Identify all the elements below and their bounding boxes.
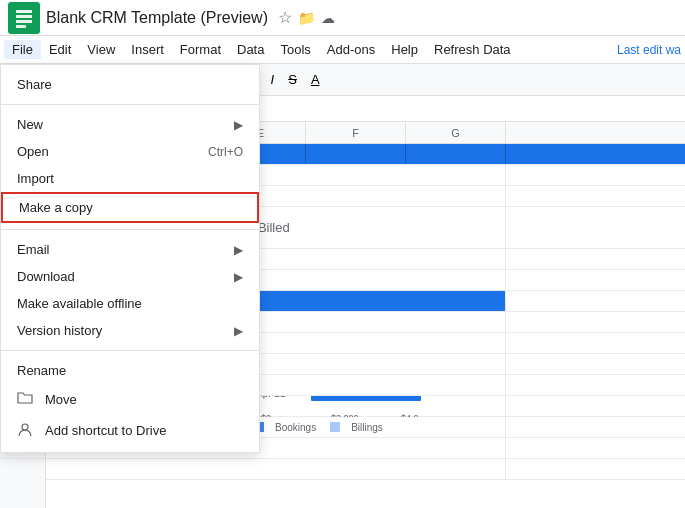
title-bar: Blank CRM Template (Preview) ☆ 📁 ☁: [0, 0, 685, 36]
col-f: F: [306, 122, 406, 143]
cloud-icon[interactable]: ☁: [321, 10, 335, 26]
import-label: Import: [17, 171, 54, 186]
file-dropdown: Share New ▶ Open Ctrl+O Import Make a co…: [0, 64, 260, 453]
menu-tools[interactable]: Tools: [272, 40, 318, 59]
dd-item-download[interactable]: Download ▶: [1, 263, 259, 290]
cell-chart-right[interactable]: Jun 21 May 21 Apr 21 $0 $2,000 $4,0: [246, 396, 506, 417]
move-folder-icon: [17, 390, 37, 409]
file-dropdown-overlay: Share New ▶ Open Ctrl+O Import Make a co…: [0, 64, 260, 453]
menu-edit[interactable]: Edit: [41, 40, 79, 59]
menu-data[interactable]: Data: [229, 40, 272, 59]
download-arrow-icon: ▶: [234, 270, 243, 284]
folder-icon[interactable]: 📁: [298, 10, 315, 26]
sheets-app-icon: [8, 2, 40, 34]
open-shortcut: Ctrl+O: [208, 145, 243, 159]
svg-text:$4,0: $4,0: [401, 413, 419, 417]
italic-button[interactable]: I: [266, 70, 280, 89]
dd-item-shortcut[interactable]: Add shortcut to Drive: [1, 415, 259, 446]
legend-billings-color: [330, 422, 340, 432]
dd-item-share[interactable]: Share: [1, 71, 259, 98]
version-history-arrow-icon: ▶: [234, 324, 243, 338]
make-copy-label: Make a copy: [19, 200, 93, 215]
dd-item-new[interactable]: New ▶: [1, 111, 259, 138]
cell-f1[interactable]: [306, 144, 406, 164]
version-history-label: Version history: [17, 323, 102, 338]
svg-point-20: [22, 424, 28, 430]
svg-text:Apr 21: Apr 21: [256, 396, 286, 399]
billed-label: Billed: [258, 220, 290, 235]
strikethrough-button[interactable]: S: [283, 70, 302, 89]
svg-rect-4: [16, 25, 26, 28]
drive-shortcut-icon: [17, 421, 37, 440]
menu-format[interactable]: Format: [172, 40, 229, 59]
star-icon[interactable]: ☆: [278, 8, 292, 27]
open-label: Open: [17, 144, 49, 159]
dd-sep-1: [1, 104, 259, 105]
svg-text:$2,000: $2,000: [331, 413, 359, 417]
email-arrow-icon: ▶: [234, 243, 243, 257]
cell-row15[interactable]: [46, 459, 506, 479]
download-label: Download: [17, 269, 75, 284]
legend-billings-label: Billings: [351, 422, 383, 433]
menu-help[interactable]: Help: [383, 40, 426, 59]
menu-view[interactable]: View: [79, 40, 123, 59]
dd-item-make-copy[interactable]: Make a copy: [1, 192, 259, 223]
rename-label: Rename: [17, 363, 66, 378]
svg-rect-3: [16, 20, 32, 23]
sheet-row-15: [46, 459, 685, 480]
dd-item-email[interactable]: Email ▶: [1, 236, 259, 263]
svg-text:$0: $0: [261, 413, 271, 417]
bar-chart-right: Jun 21 May 21 Apr 21 $0 $2,000 $4,0: [256, 396, 506, 417]
cell-g1[interactable]: [406, 144, 506, 164]
new-arrow-icon: ▶: [234, 118, 243, 132]
svg-rect-16: [311, 396, 421, 401]
menu-refresh[interactable]: Refresh Data: [426, 40, 519, 59]
menu-file[interactable]: File: [4, 40, 41, 59]
svg-rect-2: [16, 15, 32, 18]
dd-item-rename[interactable]: Rename: [1, 357, 259, 384]
dd-item-open[interactable]: Open Ctrl+O: [1, 138, 259, 165]
offline-label: Make available offline: [17, 296, 142, 311]
new-label: New: [17, 117, 43, 132]
dd-item-move[interactable]: Move: [1, 384, 259, 415]
cell-legend: Bookings Billings: [246, 417, 506, 437]
move-label: Move: [45, 392, 77, 407]
legend-bookings-label: Bookings: [275, 422, 316, 433]
email-label: Email: [17, 242, 50, 257]
last-edit-info[interactable]: Last edit wa: [617, 43, 681, 57]
dd-item-offline[interactable]: Make available offline: [1, 290, 259, 317]
dd-item-import[interactable]: Import: [1, 165, 259, 192]
menu-insert[interactable]: Insert: [123, 40, 172, 59]
underline-button[interactable]: A: [306, 70, 325, 89]
menu-bar: File Edit View Insert Format Data Tools …: [0, 36, 685, 64]
document-title: Blank CRM Template (Preview): [46, 9, 268, 27]
share-label: Share: [17, 77, 52, 92]
dd-sep-2: [1, 229, 259, 230]
dd-item-version-history[interactable]: Version history ▶: [1, 317, 259, 344]
dd-sep-3: [1, 350, 259, 351]
shortcut-label: Add shortcut to Drive: [45, 423, 166, 438]
menu-addons[interactable]: Add-ons: [319, 40, 383, 59]
col-g: G: [406, 122, 506, 143]
svg-rect-1: [16, 10, 32, 13]
